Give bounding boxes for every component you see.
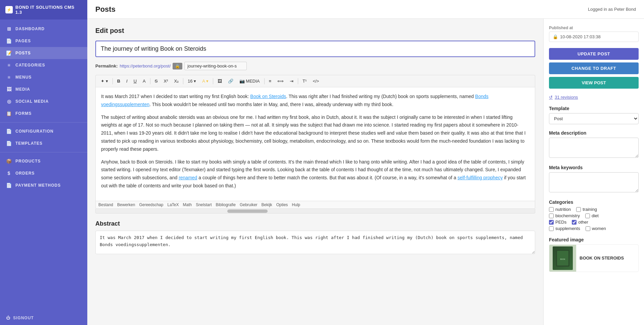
revisions-link[interactable]: ↺ 31 revisions: [549, 95, 639, 100]
top-bar: Posts Logged in as Peter Bond: [87, 0, 644, 19]
self-fulfilling-link[interactable]: self-fulfilling prophecy: [458, 175, 503, 180]
sidebar-item-pages[interactable]: 📄 PAGES: [0, 35, 87, 47]
sidebar-item-social-media[interactable]: ◎ SOCIAL MEDIA: [0, 95, 87, 107]
sidebar-item-payment-methods[interactable]: 📄 PAYMENT METHODS: [0, 179, 87, 191]
bb-bestand[interactable]: Bestand: [98, 202, 113, 207]
toolbar-list-button[interactable]: ≡: [267, 77, 274, 85]
featured-image-title-text: BOOK ON STEROIDS: [580, 256, 624, 261]
change-to-draft-button[interactable]: CHANGE TO DRAFT: [549, 62, 639, 74]
sidebar-item-forms[interactable]: 📋 FORMS: [0, 107, 87, 120]
cat-nutrition-checkbox[interactable]: [549, 207, 554, 212]
cat-supplements-checkbox[interactable]: [549, 226, 554, 231]
toolbar-color-button[interactable]: A ▾: [200, 77, 211, 85]
cat-biochemistry-checkbox[interactable]: [549, 214, 554, 218]
cat-training-checkbox[interactable]: [576, 207, 581, 212]
toolbar-subscript-button[interactable]: X₂: [172, 77, 181, 85]
bb-math[interactable]: Math: [183, 202, 192, 207]
meta-keywords-textarea[interactable]: [549, 172, 639, 192]
featured-image-thumbnail[interactable]: BOOK: [549, 245, 576, 272]
toolbar-format-button[interactable]: ✦ ▾: [98, 77, 110, 85]
sidebar-nav: ⊞ DASHBOARD 📄 PAGES 📝 POSTS ≡ CATEGORIES…: [0, 19, 87, 311]
content-area: Edit post Permalink: https://peterbond.o…: [87, 19, 644, 325]
bb-bekijk[interactable]: Bekijk: [262, 202, 272, 207]
sidebar-item-label-dashboard: DASHBOARD: [15, 27, 45, 31]
bb-bewerken[interactable]: Bewerken: [117, 202, 135, 207]
permalink-lock-button[interactable]: 🔒: [173, 63, 182, 69]
toolbar-strikethrough-button[interactable]: S: [152, 77, 160, 85]
sidebar-item-label-templates: TEMPLATES: [15, 141, 43, 146]
sidebar-item-dashboard[interactable]: ⊞ DASHBOARD: [0, 23, 87, 35]
toolbar-sep-3: [183, 78, 183, 84]
permalink-slug-input[interactable]: [184, 62, 247, 70]
cat-women-checkbox[interactable]: [586, 226, 590, 231]
cat-other[interactable]: other: [572, 220, 588, 225]
cat-women-label: women: [592, 226, 606, 231]
cat-diet-label: diet: [592, 213, 599, 218]
book-link-2[interactable]: Bonds voedingssupplementen: [101, 94, 489, 107]
cat-training[interactable]: training: [576, 207, 597, 212]
action-buttons: UPDATE POST CHANGE TO DRAFT VIEW POST: [549, 48, 639, 89]
bb-snelstart[interactable]: Snelstart: [196, 202, 212, 207]
published-at-section: Published at 🔒 10-08-2020 17:03:38: [549, 26, 639, 42]
toolbar-link-button[interactable]: 🔗: [226, 77, 236, 85]
cat-peds[interactable]: PEDs: [549, 220, 566, 225]
book-cover: BOOK: [553, 246, 573, 270]
renamed-link[interactable]: renamed: [179, 175, 197, 180]
toolbar-bold-button[interactable]: B: [115, 77, 123, 85]
cat-row-1: nutrition training: [549, 207, 639, 212]
toolbar-highlight-button[interactable]: A: [140, 77, 148, 85]
meta-desc-textarea[interactable]: [549, 138, 639, 158]
cat-diet-checkbox[interactable]: [585, 214, 590, 218]
sidebar-item-label-payment-methods: PAYMENT METHODS: [15, 183, 61, 188]
cat-women[interactable]: women: [586, 226, 606, 231]
toolbar-typography-button[interactable]: T¹: [300, 77, 309, 85]
toolbar-italic-button[interactable]: I: [124, 77, 130, 85]
dashboard-icon: ⊞: [6, 26, 12, 32]
editor-content[interactable]: It was March 2017 when I decided to star…: [95, 87, 535, 201]
bb-gereedschap[interactable]: Gereedschap: [139, 202, 163, 207]
cat-supplements[interactable]: supplements: [549, 226, 580, 231]
post-title-input[interactable]: [95, 41, 535, 57]
meta-keywords-section: Meta keywords: [549, 165, 639, 193]
templates-icon: 📄: [6, 141, 12, 146]
sidebar-item-templates[interactable]: 📄 TEMPLATES: [0, 137, 87, 149]
bb-opties[interactable]: Opties: [276, 202, 288, 207]
update-post-button[interactable]: UPDATE POST: [549, 48, 639, 60]
bb-hulp[interactable]: Hulp: [292, 202, 300, 207]
toolbar-sep-5: [264, 78, 265, 84]
toolbar-underline-button[interactable]: U: [131, 77, 139, 85]
template-select[interactable]: Post Page Full Width: [549, 113, 639, 124]
bb-gebruiker[interactable]: Gebruiker: [240, 202, 258, 207]
permalink-row: Permalink: https://peterbond.org/post/ 🔒: [95, 62, 535, 70]
toolbar-media-button[interactable]: 📷 MEDIA: [237, 77, 262, 85]
signout-button[interactable]: ⏻ SIGNOUT: [0, 311, 87, 325]
toolbar-superscript-button[interactable]: X²: [161, 77, 170, 85]
toolbar-code-button[interactable]: </>: [310, 77, 321, 85]
cat-peds-checkbox[interactable]: [549, 220, 554, 225]
sidebar-item-label-forms: FORMS: [15, 111, 32, 116]
horizontal-scrollbar[interactable]: [95, 209, 535, 214]
toolbar-indent-button[interactable]: ⇥: [287, 77, 296, 85]
sidebar-item-posts[interactable]: 📝 POSTS: [0, 47, 87, 59]
cat-diet[interactable]: diet: [585, 213, 599, 218]
book-link-1[interactable]: Book on Steroids: [250, 94, 286, 99]
sidebar-item-menus[interactable]: ≡ MENUS: [0, 71, 87, 83]
categories-section: Categories nutrition training: [549, 199, 639, 231]
sidebar-item-configuration[interactable]: 📄 CONFIGURATION: [0, 125, 87, 137]
toolbar-list2-button[interactable]: ⟺: [275, 77, 286, 85]
sidebar-item-orders[interactable]: $ ORDERS: [0, 167, 87, 179]
abstract-textarea[interactable]: [95, 231, 535, 254]
sidebar-item-products[interactable]: 📦 PRODUCTS: [0, 155, 87, 167]
sidebar-item-categories[interactable]: ≡ CATEGORIES: [0, 59, 87, 71]
sidebar-item-label-social-media: SOCIAL MEDIA: [15, 99, 49, 104]
bb-latex[interactable]: LaTeX: [167, 202, 179, 207]
bb-bibliografie[interactable]: Bibliografie: [216, 202, 236, 207]
sidebar-item-media[interactable]: 🖼 MEDIA: [0, 83, 87, 95]
cat-nutrition[interactable]: nutrition: [549, 207, 571, 212]
cat-other-checkbox[interactable]: [572, 220, 577, 225]
view-post-button[interactable]: VIEW POST: [549, 77, 639, 89]
sidebar-item-label-configuration: CONFIGURATION: [15, 129, 53, 134]
toolbar-fontsize-button[interactable]: 16 ▾: [185, 77, 198, 85]
toolbar-image-button[interactable]: 🖼: [215, 77, 224, 85]
cat-biochemistry[interactable]: biochemistry: [549, 213, 580, 218]
